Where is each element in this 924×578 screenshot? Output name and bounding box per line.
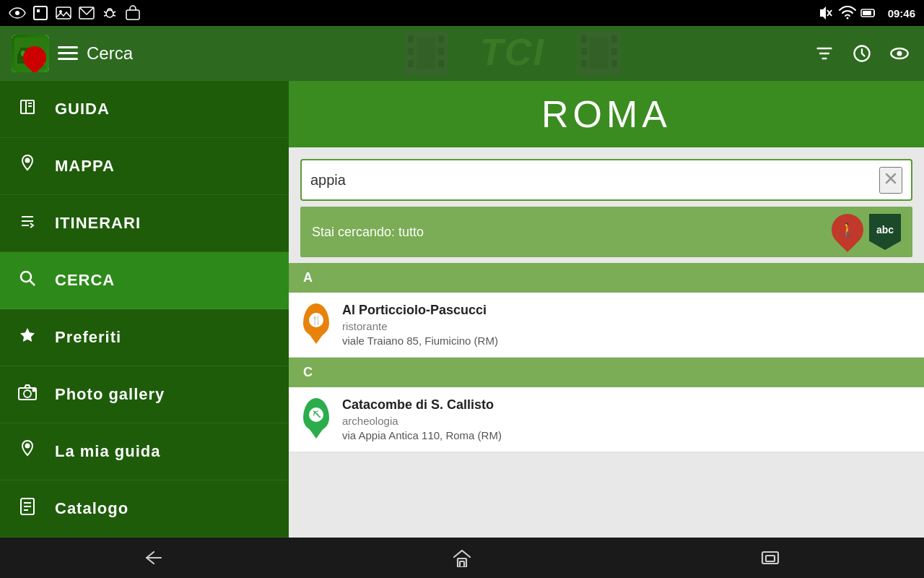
sidebar-item-guida[interactable]: GUIDA (0, 81, 289, 138)
recents-button[interactable] (741, 543, 799, 572)
result-pin-green: ⛏ (300, 399, 332, 431)
history-icon[interactable] (852, 43, 872, 64)
svg-rect-36 (417, 38, 435, 69)
sidebar-item-catalogo[interactable]: Catalogo (0, 480, 289, 538)
status-icons-right: 09:46 (817, 4, 915, 22)
sidebar-item-photo-gallery[interactable]: Photo gallery (0, 366, 289, 423)
svg-line-58 (30, 281, 35, 286)
result-type-catacombe: archeologia (342, 415, 912, 427)
svg-rect-70 (458, 558, 466, 567)
book-icon (17, 98, 38, 120)
status-square-icon (32, 4, 49, 22)
filter-icon[interactable] (814, 43, 834, 64)
sidebar-item-itinerari[interactable]: ITINERARI (0, 195, 289, 252)
svg-point-48 (897, 51, 902, 56)
svg-rect-35 (438, 60, 444, 67)
svg-rect-45 (590, 38, 609, 69)
sidebar-item-la-mia-guida[interactable]: La mia guida (0, 423, 289, 480)
svg-point-14 (846, 17, 848, 20)
result-address-al-porticciolo: viale Traiano 85, Fiumicino (RM) (342, 335, 912, 347)
svg-point-23 (35, 51, 40, 56)
pin-icon (17, 439, 38, 464)
sidebar-label-la-mia-guida: La mia guida (55, 442, 160, 461)
status-mail-icon (78, 4, 95, 22)
visibility-icon[interactable] (889, 43, 910, 64)
search-bar (300, 159, 912, 201)
sidebar-item-mappa[interactable]: MAPPA (0, 138, 289, 195)
status-bag-icon (124, 4, 141, 22)
result-pin-orange: 🍴 (300, 304, 332, 336)
filter-bar: Stai cercando: tutto 🚶 abc (300, 207, 912, 257)
svg-rect-49 (21, 100, 26, 113)
sidebar-label-itinerari: ITINERARI (55, 214, 141, 233)
hamburger-icon[interactable] (58, 46, 78, 61)
svg-text:TCI: TCI (35, 59, 45, 66)
svg-rect-39 (581, 35, 587, 43)
svg-point-57 (21, 272, 31, 282)
back-button[interactable] (125, 543, 183, 572)
result-name-al-porticciolo: Al Porticciolo-Pascucci (342, 303, 912, 318)
archaeology-icon: ⛏ (313, 410, 321, 419)
app-bar-left: TCI Cerca (0, 35, 289, 72)
sidebar-label-cerca: CERCA (55, 271, 115, 290)
home-button[interactable] (433, 543, 491, 572)
status-bar: 09:46 (0, 0, 924, 26)
svg-point-53 (26, 159, 30, 163)
app-title: Cerca (87, 43, 133, 64)
results-list: A 🍴 Al Porticciolo-Pascucci ristorante v… (289, 263, 924, 538)
fork-knife-icon: 🍴 (311, 315, 322, 325)
bottom-bar (0, 538, 924, 578)
app-bar-center: TCI (289, 32, 736, 75)
search-input[interactable] (310, 172, 879, 189)
sidebar-label-guida: GUIDA (55, 100, 110, 118)
svg-rect-30 (408, 35, 414, 43)
svg-rect-43 (611, 48, 617, 55)
sidebar-item-preferiti[interactable]: Preferiti (0, 309, 289, 366)
status-wifi-icon (839, 4, 856, 22)
svg-rect-18 (17, 53, 43, 64)
svg-point-60 (24, 390, 31, 397)
svg-rect-44 (611, 60, 617, 67)
app-bar: TCI Cerca TCI (0, 26, 924, 81)
sidebar-label-preferiti: Preferiti (55, 328, 121, 347)
section-header-c: C (289, 358, 924, 387)
section-header-a: A (289, 263, 924, 293)
filter-text: Stai cercando: tutto (312, 225, 424, 240)
search-icon (17, 269, 38, 291)
abc-text: abc (876, 224, 894, 236)
sidebar-label-catalogo: Catalogo (55, 499, 128, 518)
svg-rect-16 (863, 11, 871, 15)
svg-line-9 (104, 15, 107, 16)
walker-badge[interactable]: 🚶 (825, 207, 870, 252)
svg-line-10 (113, 15, 116, 16)
search-clear-button[interactable] (879, 167, 902, 194)
svg-rect-27 (58, 52, 78, 54)
svg-rect-24 (33, 56, 43, 66)
result-item-catacombe[interactable]: ⛏ Catacombe di S. Callisto archeologia v… (289, 387, 924, 452)
svg-point-6 (106, 10, 113, 17)
camera-icon (17, 384, 38, 405)
result-name-catacombe: Catacombe di S. Callisto (342, 397, 912, 413)
svg-rect-28 (58, 58, 78, 60)
result-type-al-porticciolo: ristorante (342, 320, 912, 332)
result-item-al-porticciolo[interactable]: 🍴 Al Porticciolo-Pascucci ristorante via… (289, 293, 924, 358)
svg-rect-73 (766, 556, 775, 561)
sidebar-label-mappa: MAPPA (55, 157, 115, 176)
main-layout: GUIDA MAPPA ITINERARI (0, 81, 924, 538)
city-header: ROMA (289, 81, 924, 147)
svg-text:TCI: TCI (480, 32, 545, 73)
app-logo[interactable]: TCI (12, 35, 49, 72)
sidebar-item-cerca[interactable]: CERCA (0, 252, 289, 309)
walker-icon: 🚶 (840, 222, 855, 238)
tci-logo: TCI (404, 32, 621, 75)
status-eye-icon (9, 4, 26, 22)
status-mute-icon (817, 4, 834, 22)
abc-badge[interactable]: abc (869, 214, 901, 250)
svg-point-0 (15, 11, 19, 15)
svg-rect-26 (58, 46, 78, 48)
svg-rect-32 (408, 60, 414, 67)
svg-rect-33 (438, 35, 444, 43)
svg-point-61 (33, 389, 35, 392)
star-icon (17, 327, 38, 348)
svg-point-62 (26, 444, 30, 448)
